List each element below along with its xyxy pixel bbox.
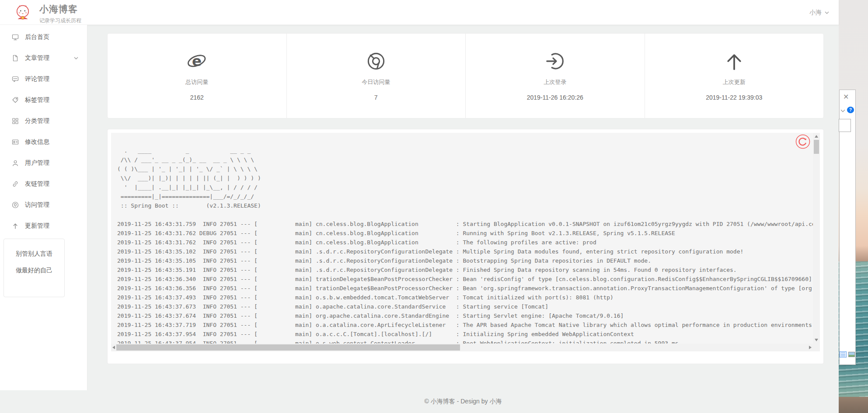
user-icon — [12, 160, 19, 167]
horizontal-scrollbar[interactable] — [111, 344, 813, 351]
stat-card-2: 上次登录2019-11-26 16:20:26 — [465, 34, 645, 118]
stat-card-3: 上次更新2019-11-22 19:39:03 — [645, 34, 824, 118]
location-icon — [12, 201, 19, 208]
scroll-down-icon[interactable] — [813, 337, 820, 344]
chevron-down-icon — [825, 11, 829, 14]
idcard-icon — [12, 139, 19, 146]
sidebar: 后台首页文章管理评论管理标签管理分类管理修改信息用户管理友链管理访问管理更新管理… — [0, 25, 87, 390]
image-view-button[interactable] — [848, 352, 855, 357]
motto-line-1: 别管别人言语 — [4, 250, 64, 258]
sidebar-item-links[interactable]: 友链管理 — [0, 174, 87, 194]
close-icon[interactable]: ✕ — [843, 94, 849, 101]
footer-text: © 小海博客 - Design by 小海 — [87, 398, 839, 406]
sidebar-item-home[interactable]: 后台首页 — [0, 27, 87, 48]
sidebar-item-comments[interactable]: 评论管理 — [0, 69, 87, 90]
stat-card-0: e总访问量2162 — [108, 34, 286, 118]
side-popup: ✕ ? — [839, 90, 856, 365]
stat-value: 2019-11-22 19:39:03 — [645, 94, 824, 101]
browser-viewport: 小海博客 记录学习成长历程 小海 后台首页文章管理评论管理标签管理分类管理修改信… — [0, 0, 839, 413]
horizontal-scrollbar-thumb[interactable] — [116, 344, 460, 351]
log-card: . ____ _ __ _ _ /\\ / ___'_ __ _ _(_)_ _… — [107, 129, 824, 364]
help-icon[interactable]: ? — [847, 107, 854, 113]
sidebar-item-label: 修改信息 — [25, 138, 49, 146]
screen: 小海博客 记录学习成长历程 小海 后台首页文章管理评论管理标签管理分类管理修改信… — [0, 0, 868, 413]
chevron-down-icon — [74, 57, 78, 59]
vertical-scrollbar[interactable] — [813, 133, 820, 344]
stat-label: 总访问量 — [108, 78, 286, 86]
app-header: 小海博客 记录学习成长历程 小海 — [0, 0, 839, 25]
sidebar-item-visits[interactable]: 访问管理 — [0, 194, 87, 215]
chevron-down-icon[interactable] — [840, 109, 845, 112]
stat-value: 2162 — [108, 94, 286, 101]
sidebar-item-label: 文章管理 — [25, 54, 49, 62]
main-content: e总访问量2162今日访问量7上次登录2019-11-26 16:20:26上次… — [87, 25, 839, 413]
stat-label: 上次登录 — [466, 78, 645, 86]
ie-browser-icon: e — [108, 51, 286, 71]
user-name: 小海 — [809, 9, 822, 17]
sidebar-item-label: 后台首页 — [25, 33, 49, 41]
motto-box: 别管别人言语 做最好的自己 — [3, 239, 65, 297]
stat-label: 今日访问量 — [287, 78, 466, 86]
stats-card: e总访问量2162今日访问量7上次登录2019-11-26 16:20:26上次… — [107, 33, 824, 118]
popup-search-input[interactable] — [839, 119, 851, 132]
monitor-icon — [12, 34, 19, 41]
tag-icon — [12, 97, 19, 104]
motto-line-2: 做最好的自己 — [4, 267, 64, 274]
site-title: 小海博客 — [39, 3, 81, 15]
scroll-right-icon[interactable] — [807, 344, 813, 351]
sidebar-menu: 后台首页文章管理评论管理标签管理分类管理修改信息用户管理友链管理访问管理更新管理 — [0, 25, 87, 236]
upload-icon — [12, 222, 19, 229]
refresh-icon — [795, 134, 810, 149]
site-titles: 小海博客 记录学习成长历程 — [39, 3, 81, 24]
login-icon — [466, 51, 645, 71]
chrome-browser-icon — [287, 51, 466, 71]
stat-value: 2019-11-26 16:20:26 — [466, 94, 645, 101]
sidebar-item-label: 友链管理 — [25, 180, 49, 188]
document-icon — [12, 55, 19, 62]
sidebar-item-profile[interactable]: 修改信息 — [0, 132, 87, 153]
scroll-up-icon[interactable] — [813, 133, 820, 140]
sidebar-item-users[interactable]: 用户管理 — [0, 153, 87, 174]
stat-value: 7 — [287, 94, 466, 101]
comment-icon — [12, 76, 19, 83]
refresh-button[interactable] — [795, 134, 810, 149]
log-output: . ____ _ __ _ _ /\\ / ___'_ __ _ _(_)_ _… — [117, 146, 820, 348]
vertical-scrollbar-thumb[interactable] — [814, 140, 819, 154]
list-view-button[interactable] — [840, 351, 847, 357]
sidebar-item-label: 更新管理 — [25, 222, 49, 230]
sidebar-item-label: 用户管理 — [25, 159, 49, 167]
update-arrow-icon — [645, 51, 824, 71]
wallpaper-sand — [839, 397, 868, 413]
sidebar-item-label: 分类管理 — [25, 117, 49, 125]
sidebar-item-label: 评论管理 — [25, 75, 49, 83]
link-icon — [12, 180, 19, 187]
stat-card-1: 今日访问量7 — [286, 34, 466, 118]
log-console: . ____ _ __ _ _ /\\ / ___'_ __ _ _(_)_ _… — [111, 133, 820, 351]
sidebar-item-categories[interactable]: 分类管理 — [0, 111, 87, 132]
sidebar-item-label: 访问管理 — [25, 201, 49, 209]
scrollbar-corner — [813, 344, 820, 351]
stat-label: 上次更新 — [645, 78, 824, 86]
site-subtitle: 记录学习成长历程 — [39, 17, 81, 24]
sidebar-item-articles[interactable]: 文章管理 — [0, 48, 87, 69]
sidebar-item-updates[interactable]: 更新管理 — [0, 215, 87, 236]
sidebar-item-tags[interactable]: 标签管理 — [0, 90, 87, 111]
sidebar-item-label: 标签管理 — [25, 96, 49, 104]
grid-icon — [12, 118, 19, 125]
user-menu[interactable]: 小海 — [809, 0, 829, 25]
site-logo-avatar — [14, 4, 31, 21]
